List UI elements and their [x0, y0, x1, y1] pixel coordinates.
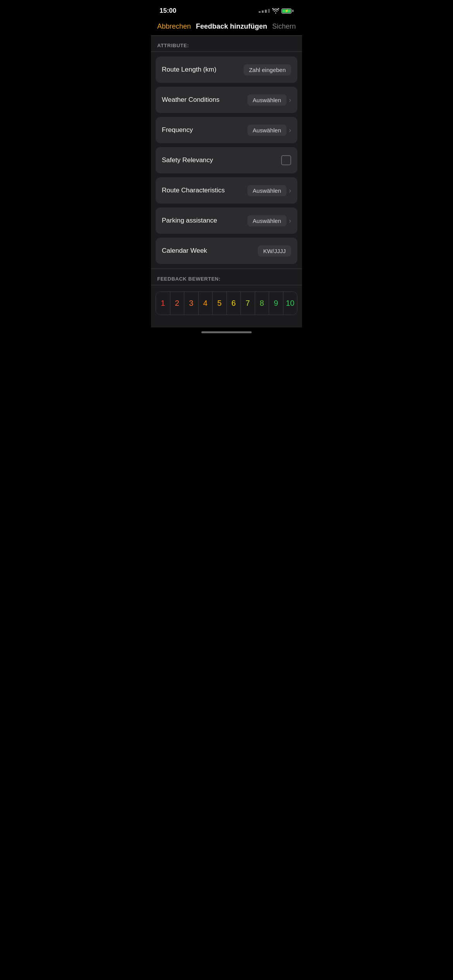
- route-length-label: Route Length (km): [162, 66, 216, 74]
- weather-conditions-control: Auswählen ›: [247, 94, 291, 106]
- feedback-section: FEEDBACK BEWERTEN: 1 2 3 4 5 6 7 8 9 10: [151, 269, 302, 327]
- calendar-week-input[interactable]: KW/JJJJ: [258, 245, 291, 257]
- route-characteristics-label: Route Characteristics: [162, 187, 225, 194]
- frequency-chevron: ›: [289, 126, 291, 134]
- calendar-week-label: Calendar Week: [162, 247, 207, 255]
- cancel-button[interactable]: Abbrechen: [157, 22, 191, 31]
- route-characteristics-select[interactable]: Auswählen: [247, 185, 287, 196]
- frequency-control: Auswählen ›: [247, 125, 291, 136]
- rating-cell-4[interactable]: 4: [199, 292, 213, 315]
- parking-assistance-select[interactable]: Auswählen: [247, 215, 287, 226]
- rating-cell-1[interactable]: 1: [156, 292, 170, 315]
- frequency-row[interactable]: Frequency Auswählen ›: [156, 117, 297, 143]
- route-characteristics-control: Auswählen ›: [247, 185, 291, 196]
- route-characteristics-chevron: ›: [289, 187, 291, 195]
- safety-relevancy-label: Safety Relevancy: [162, 156, 213, 164]
- wifi-icon: [272, 8, 279, 14]
- rating-container: 1 2 3 4 5 6 7 8 9 10: [156, 291, 297, 315]
- frequency-select[interactable]: Auswählen: [247, 125, 287, 136]
- rating-cell-8[interactable]: 8: [255, 292, 269, 315]
- status-icons: ⚡: [259, 8, 293, 14]
- route-length-input[interactable]: Zahl eingeben: [244, 64, 291, 75]
- rating-cell-2[interactable]: 2: [170, 292, 185, 315]
- save-button[interactable]: Sichern: [272, 22, 296, 31]
- rating-cell-10[interactable]: 10: [283, 292, 297, 315]
- attributes-container: Route Length (km) Zahl eingeben Weather …: [151, 52, 302, 269]
- weather-conditions-chevron: ›: [289, 96, 291, 104]
- safety-relevancy-control: [281, 155, 291, 165]
- route-length-row: Route Length (km) Zahl eingeben: [156, 57, 297, 83]
- weather-conditions-select[interactable]: Auswählen: [247, 94, 287, 106]
- safety-relevancy-checkbox[interactable]: [281, 155, 291, 165]
- home-indicator: [151, 327, 302, 336]
- parking-assistance-control: Auswählen ›: [247, 215, 291, 226]
- rating-cell-7[interactable]: 7: [241, 292, 255, 315]
- calendar-week-control: KW/JJJJ: [258, 245, 291, 257]
- rating-cell-5[interactable]: 5: [213, 292, 227, 315]
- rating-cell-3[interactable]: 3: [184, 292, 199, 315]
- page-title: Feedback hinzufügen: [196, 22, 267, 31]
- calendar-week-row: Calendar Week KW/JJJJ: [156, 238, 297, 264]
- route-length-control: Zahl eingeben: [244, 64, 291, 75]
- status-bar: 15:00 ⚡: [151, 0, 302, 19]
- signal-icon: [259, 9, 270, 13]
- safety-relevancy-row: Safety Relevancy: [156, 147, 297, 173]
- rating-cell-9[interactable]: 9: [269, 292, 283, 315]
- parking-assistance-chevron: ›: [289, 217, 291, 225]
- battery-icon: ⚡: [281, 9, 293, 14]
- weather-conditions-row[interactable]: Weather Conditions Auswählen ›: [156, 87, 297, 113]
- nav-bar: Abbrechen Feedback hinzufügen Sichern: [151, 19, 302, 35]
- feedback-section-header: FEEDBACK BEWERTEN:: [151, 269, 302, 285]
- attribute-section-header: ATTRIBUTE:: [151, 36, 302, 51]
- weather-conditions-label: Weather Conditions: [162, 96, 220, 104]
- parking-assistance-row[interactable]: Parking assistance Auswählen ›: [156, 207, 297, 234]
- status-time: 15:00: [160, 7, 176, 15]
- home-bar: [201, 331, 252, 333]
- parking-assistance-label: Parking assistance: [162, 217, 217, 224]
- frequency-label: Frequency: [162, 126, 193, 134]
- feedback-header-divider: [151, 285, 302, 285]
- route-characteristics-row[interactable]: Route Characteristics Auswählen ›: [156, 177, 297, 204]
- rating-cell-6[interactable]: 6: [227, 292, 241, 315]
